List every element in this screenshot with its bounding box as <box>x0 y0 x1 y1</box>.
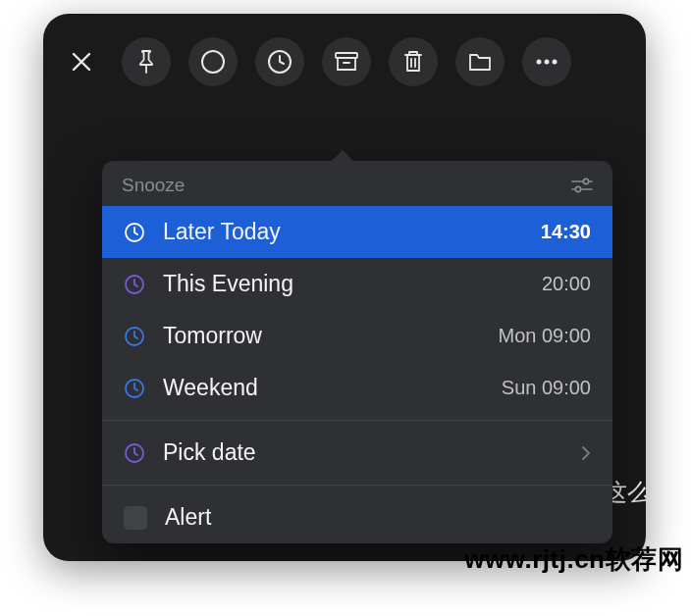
pin-button[interactable] <box>122 37 171 86</box>
snooze-button[interactable] <box>255 37 304 86</box>
watermark-text: www.rjtj.cn软荐网 <box>464 542 683 577</box>
divider <box>102 485 612 486</box>
pin-icon <box>134 49 158 75</box>
circle-icon <box>199 48 227 76</box>
folder-button[interactable] <box>455 37 505 86</box>
svg-point-4 <box>545 60 550 65</box>
toolbar <box>43 14 646 104</box>
popover-title: Snooze <box>122 175 185 196</box>
option-label: Later Today <box>163 219 541 245</box>
option-label: Weekend <box>163 375 502 401</box>
snooze-option-this-evening[interactable]: This Evening 20:00 <box>102 258 612 310</box>
clock-icon <box>124 326 145 347</box>
option-label: Alert <box>165 504 591 531</box>
svg-point-3 <box>537 60 542 65</box>
svg-point-7 <box>583 179 588 183</box>
snooze-popover: Snooze Later Today 14:30 This Evening 20 <box>102 161 612 543</box>
archive-icon <box>334 50 359 74</box>
close-icon <box>71 51 92 73</box>
clock-icon <box>266 48 293 76</box>
archive-button[interactable] <box>322 37 371 86</box>
svg-rect-2 <box>336 53 357 58</box>
option-label: Tomorrow <box>163 323 498 349</box>
divider <box>102 420 612 421</box>
option-time: Mon 09:00 <box>498 325 591 347</box>
clock-icon <box>124 274 145 295</box>
option-time: Sun 09:00 <box>502 377 591 399</box>
settings-icon[interactable] <box>571 177 593 194</box>
popover-header: Snooze <box>102 161 612 206</box>
option-time: 20:00 <box>542 273 591 295</box>
delete-button[interactable] <box>389 37 438 86</box>
clock-icon <box>124 378 145 399</box>
option-time: 14:30 <box>541 221 591 243</box>
option-label: This Evening <box>163 271 542 297</box>
snooze-option-later-today[interactable]: Later Today 14:30 <box>102 206 612 258</box>
more-button[interactable] <box>522 37 571 86</box>
snooze-option-tomorrow[interactable]: Tomorrow Mon 09:00 <box>102 310 612 362</box>
svg-point-0 <box>202 51 224 73</box>
clock-icon <box>124 442 145 464</box>
chevron-right-icon <box>581 445 591 461</box>
option-label: Pick date <box>163 439 581 466</box>
svg-point-5 <box>553 60 558 65</box>
pick-date-option[interactable]: Pick date <box>102 427 612 479</box>
alert-checkbox[interactable] <box>124 506 147 530</box>
more-icon <box>535 58 558 66</box>
folder-icon <box>467 51 493 73</box>
trash-icon <box>401 49 425 75</box>
clock-icon <box>124 222 145 243</box>
app-window: 我就这么 Snooze Later Today 14:30 T <box>43 14 646 561</box>
snooze-option-weekend[interactable]: Weekend Sun 09:00 <box>102 362 612 414</box>
close-button[interactable] <box>69 49 94 75</box>
alert-option[interactable]: Alert <box>102 491 612 543</box>
mark-button[interactable] <box>188 37 238 86</box>
svg-point-9 <box>575 186 580 191</box>
